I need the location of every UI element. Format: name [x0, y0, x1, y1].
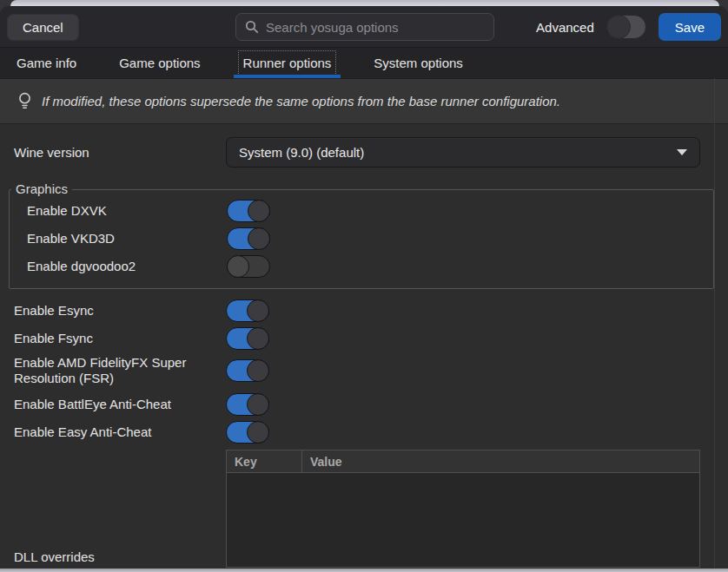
- toggle-knob: [247, 421, 269, 444]
- toggle-knob: [247, 393, 269, 416]
- banner-text: If modified, these options supersede the…: [42, 94, 560, 108]
- wine-version-row: Wine version System (9.0) (default): [14, 137, 700, 168]
- header-bar: Cancel Advanced Save: [0, 6, 728, 48]
- tab-label: System options: [374, 56, 463, 70]
- enable-battleye-toggle[interactable]: [226, 393, 269, 416]
- enable-dgvoodoo2-label: Enable dgvoodoo2: [27, 259, 227, 274]
- tab-label: Game info: [17, 56, 76, 70]
- enable-esync-label: Enable Esync: [14, 303, 226, 319]
- tab-bar: Game info Game options Runner options Sy…: [0, 48, 728, 79]
- search-input-container[interactable]: [235, 13, 494, 41]
- enable-vkd3d-toggle[interactable]: [227, 227, 270, 250]
- dll-overrides-row: DLL overrides Key Value: [14, 450, 700, 568]
- chevron-down-icon: [677, 149, 687, 155]
- search-input[interactable]: [266, 20, 485, 35]
- search-icon: [245, 20, 259, 34]
- enable-dgvoodoo2-row: Enable dgvoodoo2: [27, 255, 713, 278]
- tab-runner-options[interactable]: Runner options: [234, 48, 341, 78]
- enable-fsr-row: Enable AMD FidelityFX Super Resolution (…: [14, 355, 728, 386]
- enable-esync-toggle[interactable]: [226, 299, 269, 322]
- scrollbar-gutter: [714, 78, 715, 568]
- enable-battleye-label: Enable BattlEye Anti-Cheat: [14, 397, 226, 412]
- enable-esync-row: Enable Esync: [14, 299, 728, 322]
- enable-eac-label: Enable Easy Anti-Cheat: [14, 424, 226, 440]
- graphics-group: Graphics Enable DXVK Enable VKD3D Enable…: [9, 189, 714, 289]
- advanced-label: Advanced: [536, 20, 594, 35]
- toggle-knob: [248, 200, 270, 222]
- tab-label: Game options: [119, 56, 200, 70]
- options-content: Wine version System (9.0) (default) Grap…: [0, 124, 728, 568]
- enable-eac-toggle[interactable]: [226, 421, 269, 444]
- enable-fsr-label: Enable AMD FidelityFX Super Resolution (…: [14, 355, 226, 386]
- tab-label: Runner options: [243, 56, 332, 70]
- enable-fsr-toggle[interactable]: [226, 359, 269, 382]
- enable-dxvk-row: Enable DXVK: [27, 200, 713, 222]
- tab-game-info[interactable]: Game info: [7, 48, 86, 78]
- toggle-knob: [606, 15, 631, 39]
- wine-version-value: System (9.0) (default): [239, 145, 677, 160]
- save-button[interactable]: Save: [659, 13, 721, 41]
- enable-dgvoodoo2-toggle[interactable]: [227, 255, 270, 278]
- table-header: Key Value: [227, 450, 699, 473]
- dll-overrides-label: DLL overrides: [14, 549, 226, 568]
- toggle-knob: [248, 227, 270, 250]
- enable-vkd3d-row: Enable VKD3D: [27, 227, 713, 250]
- enable-battleye-row: Enable BattlEye Anti-Cheat: [14, 393, 728, 416]
- wine-version-label: Wine version: [14, 145, 226, 161]
- enable-eac-row: Enable Easy Anti-Cheat: [14, 421, 728, 444]
- enable-dxvk-toggle[interactable]: [227, 200, 270, 222]
- toggle-knob: [247, 359, 269, 382]
- key-column-header[interactable]: Key: [227, 450, 302, 472]
- enable-fsync-label: Enable Fsync: [14, 331, 226, 346]
- toggle-knob: [227, 255, 249, 278]
- cancel-button[interactable]: Cancel: [7, 14, 79, 41]
- table-body[interactable]: [227, 473, 699, 567]
- header-actions: Advanced Save: [536, 13, 721, 41]
- value-column-header[interactable]: Value: [302, 450, 699, 472]
- enable-fsync-toggle[interactable]: [226, 327, 269, 350]
- lightbulb-icon: [18, 92, 31, 110]
- advanced-toggle[interactable]: [606, 15, 646, 39]
- dll-overrides-table[interactable]: Key Value: [226, 450, 700, 568]
- enable-dxvk-label: Enable DXVK: [27, 203, 227, 219]
- toggle-knob: [247, 299, 269, 322]
- tab-system-options[interactable]: System options: [364, 48, 473, 78]
- wine-version-dropdown[interactable]: System (9.0) (default): [226, 137, 700, 168]
- enable-vkd3d-label: Enable VKD3D: [27, 231, 227, 247]
- graphics-group-title: Graphics: [11, 181, 72, 196]
- game-configuration-dialog: Cancel Advanced Save Game info Game opti…: [0, 6, 728, 569]
- info-banner: If modified, these options supersede the…: [0, 79, 728, 124]
- enable-fsync-row: Enable Fsync: [14, 327, 728, 350]
- tab-game-options[interactable]: Game options: [109, 48, 209, 78]
- toggle-knob: [247, 327, 269, 350]
